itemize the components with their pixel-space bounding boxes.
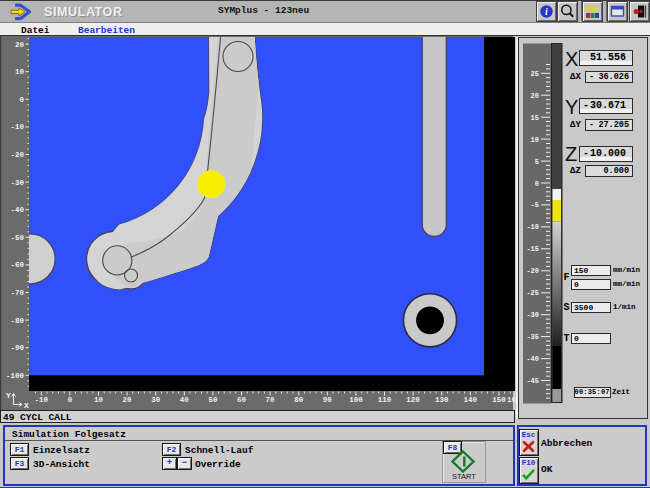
svg-text:-80: -80 [10,317,24,325]
svg-text:-10: -10 [10,123,24,131]
svg-text:-15: -15 [526,245,539,253]
svg-text:20: 20 [123,396,133,404]
svg-text:140: 140 [464,396,478,404]
svg-text:20: 20 [15,41,25,49]
svg-text:-10: -10 [35,396,49,404]
svg-text:-40: -40 [526,355,539,363]
svg-text:120: 120 [406,396,420,404]
svg-text:10: 10 [15,68,25,76]
svg-text:100: 100 [349,396,363,404]
svg-text:0: 0 [535,180,539,188]
svg-text:-20: -20 [10,151,24,159]
svg-text:X: X [24,401,29,410]
svg-text:60: 60 [237,396,247,404]
svg-text:40: 40 [180,396,190,404]
svg-text:5: 5 [535,158,539,166]
svg-text:25: 25 [531,70,539,78]
svg-text:-25: -25 [526,289,539,297]
svg-text:0: 0 [68,396,73,404]
svg-text:-45: -45 [526,377,539,385]
svg-text:i: i [545,6,548,17]
svg-text:-5: -5 [531,201,539,209]
svg-text:-20: -20 [526,267,539,275]
svg-text:-50: -50 [10,234,24,242]
svg-text:-60: -60 [10,261,24,269]
svg-text:80: 80 [294,396,304,404]
svg-text:20: 20 [531,92,539,100]
svg-text:50: 50 [208,396,218,404]
svg-text:150: 150 [492,396,506,404]
svg-text:90: 90 [323,396,333,404]
svg-text:-35: -35 [526,333,539,341]
svg-text:Y: Y [6,391,11,400]
svg-text:110: 110 [378,396,392,404]
svg-text:0: 0 [19,96,24,104]
svg-text:-30: -30 [10,179,24,187]
svg-text:-100: -100 [6,372,25,380]
svg-text:-30: -30 [526,311,539,319]
svg-text:-10: -10 [526,223,539,231]
svg-text:10: 10 [94,396,104,404]
svg-text:30: 30 [151,396,161,404]
svg-text:70: 70 [266,396,276,404]
svg-text:-70: -70 [10,289,24,297]
svg-text:-40: -40 [10,206,24,214]
svg-text:-90: -90 [10,344,24,352]
svg-text:130: 130 [435,396,449,404]
svg-text:10: 10 [531,136,539,144]
svg-text:15: 15 [531,114,539,122]
